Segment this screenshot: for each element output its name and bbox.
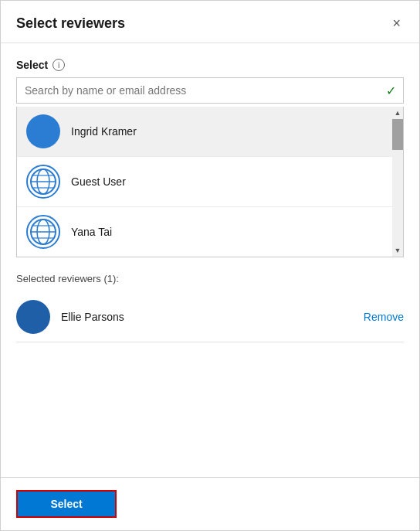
- close-button[interactable]: ×: [389, 13, 404, 33]
- info-icon: i: [52, 59, 65, 71]
- dropdown-list: ▲ ▼ Ingrid Kramer: [16, 107, 404, 257]
- search-box: ✓: [16, 77, 404, 104]
- dropdown-item-guest[interactable]: Guest User: [17, 157, 403, 207]
- remove-button-ellie[interactable]: Remove: [364, 311, 404, 323]
- spacer: [1, 410, 419, 477]
- dropdown-item-ingrid[interactable]: Ingrid Kramer: [17, 107, 403, 157]
- item-name-yana: Yana Tai: [71, 226, 112, 238]
- selected-reviewers-label: Selected reviewers (1):: [16, 273, 404, 284]
- item-name-guest: Guest User: [71, 175, 126, 188]
- select-label-row: Select i: [16, 59, 404, 71]
- select-button[interactable]: Select: [16, 490, 117, 518]
- scrollbar-thumb: [392, 119, 403, 150]
- dialog-footer: Select: [1, 477, 419, 530]
- dialog: Select reviewers × Select i ✓ ▲ ▼: [0, 0, 420, 531]
- avatar-yana: [26, 215, 60, 249]
- selected-section: Selected reviewers (1): Ellie Parsons Re…: [16, 273, 404, 342]
- selected-item-name-ellie: Ellie Parsons: [61, 311, 364, 323]
- avatar-ellie: [16, 300, 50, 334]
- select-label: Select: [16, 59, 48, 71]
- avatar-guest: [26, 165, 60, 199]
- scroll-up-arrow[interactable]: ▲: [392, 107, 403, 119]
- selected-item-ellie: Ellie Parsons Remove: [16, 292, 404, 342]
- dialog-body: Select i ✓ ▲ ▼ Ingrid Kramer: [1, 43, 419, 410]
- dialog-header: Select reviewers ×: [1, 1, 419, 43]
- search-input[interactable]: [16, 77, 404, 104]
- dropdown-item-yana[interactable]: Yana Tai: [17, 207, 403, 257]
- scroll-down-arrow[interactable]: ▼: [392, 244, 403, 257]
- item-name-ingrid: Ingrid Kramer: [71, 125, 137, 138]
- dialog-title: Select reviewers: [16, 15, 125, 32]
- avatar-ingrid: [26, 114, 60, 148]
- check-icon: ✓: [386, 83, 396, 98]
